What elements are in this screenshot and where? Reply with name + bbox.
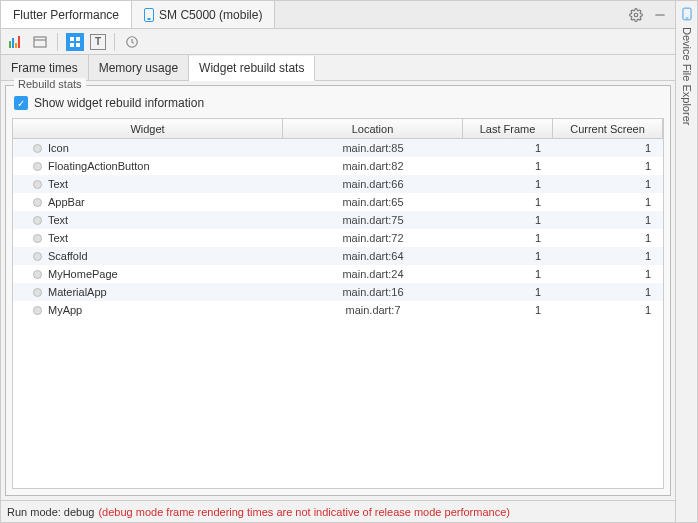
cell-widget: FloatingActionButton xyxy=(13,160,283,172)
cell-location: main.dart:75 xyxy=(283,214,463,226)
chart-bars-icon[interactable] xyxy=(7,33,25,51)
mobile-icon xyxy=(144,8,154,22)
tab-memory-usage[interactable]: Memory usage xyxy=(89,55,189,80)
cell-location: main.dart:16 xyxy=(283,286,463,298)
bullet-icon xyxy=(33,306,42,315)
svg-rect-2 xyxy=(9,41,11,48)
svg-rect-11 xyxy=(76,43,80,47)
content-area: Rebuild stats ✓ Show widget rebuild info… xyxy=(1,81,675,500)
separator xyxy=(114,33,115,51)
table-row[interactable]: MyHomePagemain.dart:2411 xyxy=(13,265,663,283)
cell-location: main.dart:24 xyxy=(283,268,463,280)
window-icon[interactable] xyxy=(31,33,49,51)
bullet-icon xyxy=(33,234,42,243)
tab-flutter-performance[interactable]: Flutter Performance xyxy=(1,1,132,28)
svg-rect-3 xyxy=(12,38,14,48)
fieldset-legend: Rebuild stats xyxy=(14,78,86,90)
cell-location: main.dart:72 xyxy=(283,232,463,244)
cell-current-screen: 1 xyxy=(553,160,663,172)
th-location[interactable]: Location xyxy=(283,119,463,138)
bullet-icon xyxy=(33,180,42,189)
th-last-frame[interactable]: Last Frame xyxy=(463,119,553,138)
minimize-icon[interactable] xyxy=(653,8,667,22)
table-row[interactable]: AppBarmain.dart:6511 xyxy=(13,193,663,211)
tab-frame-times[interactable]: Frame times xyxy=(1,55,89,80)
tab-label: Flutter Performance xyxy=(13,8,119,22)
table-row[interactable]: MaterialAppmain.dart:1611 xyxy=(13,283,663,301)
toolbar: T xyxy=(1,29,675,55)
text-overlay-icon[interactable]: T xyxy=(90,34,106,50)
rebuild-table: Widget Location Last Frame Current Scree… xyxy=(12,118,664,489)
svg-rect-6 xyxy=(34,37,46,47)
main-panel: Flutter Performance SM C5000 (mobile) T xyxy=(0,0,676,523)
bullet-icon xyxy=(33,252,42,261)
cell-current-screen: 1 xyxy=(553,250,663,262)
cell-last-frame: 1 xyxy=(463,268,553,280)
tab-label: SM C5000 (mobile) xyxy=(159,8,262,22)
side-strip: Device File Explorer xyxy=(676,0,698,523)
gear-icon[interactable] xyxy=(629,8,643,22)
top-actions xyxy=(629,8,675,22)
table-row[interactable]: Scaffoldmain.dart:6411 xyxy=(13,247,663,265)
cell-location: main.dart:82 xyxy=(283,160,463,172)
cell-last-frame: 1 xyxy=(463,160,553,172)
bullet-icon xyxy=(33,288,42,297)
run-mode-label: Run mode: debug xyxy=(7,506,94,518)
highlight-grid-icon[interactable] xyxy=(66,33,84,51)
cell-location: main.dart:85 xyxy=(283,142,463,154)
table-row[interactable]: Iconmain.dart:8511 xyxy=(13,139,663,157)
cell-widget: MaterialApp xyxy=(13,286,283,298)
show-rebuild-checkbox[interactable]: ✓ xyxy=(14,96,28,110)
cell-location: main.dart:64 xyxy=(283,250,463,262)
rebuild-stats-fieldset: Rebuild stats ✓ Show widget rebuild info… xyxy=(5,85,671,496)
th-widget[interactable]: Widget xyxy=(13,119,283,138)
cell-widget: MyHomePage xyxy=(13,268,283,280)
cell-last-frame: 1 xyxy=(463,142,553,154)
tab-device[interactable]: SM C5000 (mobile) xyxy=(132,1,275,28)
cell-widget: Icon xyxy=(13,142,283,154)
table-row[interactable]: Textmain.dart:7211 xyxy=(13,229,663,247)
cell-last-frame: 1 xyxy=(463,214,553,226)
th-current-screen[interactable]: Current Screen xyxy=(553,119,663,138)
cell-current-screen: 1 xyxy=(553,178,663,190)
cell-location: main.dart:66 xyxy=(283,178,463,190)
cell-widget: Scaffold xyxy=(13,250,283,262)
svg-rect-4 xyxy=(15,43,17,48)
footer: Run mode: debug (debug mode frame render… xyxy=(1,500,675,522)
bullet-icon xyxy=(33,144,42,153)
cell-last-frame: 1 xyxy=(463,232,553,244)
separator xyxy=(57,33,58,51)
cell-last-frame: 1 xyxy=(463,178,553,190)
cell-current-screen: 1 xyxy=(553,196,663,208)
run-mode-note: (debug mode frame rendering times are no… xyxy=(98,506,510,518)
bullet-icon xyxy=(33,216,42,225)
mobile-icon[interactable] xyxy=(682,8,691,21)
table-row[interactable]: FloatingActionButtonmain.dart:8211 xyxy=(13,157,663,175)
cell-last-frame: 1 xyxy=(463,250,553,262)
cell-current-screen: 1 xyxy=(553,304,663,316)
checkbox-row: ✓ Show widget rebuild information xyxy=(12,92,664,118)
table-row[interactable]: Textmain.dart:7511 xyxy=(13,211,663,229)
cell-last-frame: 1 xyxy=(463,286,553,298)
tab-widget-rebuild-stats[interactable]: Widget rebuild stats xyxy=(189,56,315,81)
table-body: Iconmain.dart:8511FloatingActionButtonma… xyxy=(13,139,663,319)
cell-location: main.dart:7 xyxy=(283,304,463,316)
svg-rect-5 xyxy=(18,36,20,48)
svg-rect-8 xyxy=(70,37,74,41)
history-icon[interactable] xyxy=(123,33,141,51)
cell-widget: Text xyxy=(13,214,283,226)
table-row[interactable]: MyAppmain.dart:711 xyxy=(13,301,663,319)
cell-widget: Text xyxy=(13,178,283,190)
svg-rect-9 xyxy=(76,37,80,41)
device-file-explorer-tab[interactable]: Device File Explorer xyxy=(681,27,693,125)
table-header: Widget Location Last Frame Current Scree… xyxy=(13,119,663,139)
cell-current-screen: 1 xyxy=(553,214,663,226)
table-row[interactable]: Textmain.dart:6611 xyxy=(13,175,663,193)
svg-rect-10 xyxy=(70,43,74,47)
cell-widget: MyApp xyxy=(13,304,283,316)
bullet-icon xyxy=(33,270,42,279)
bullet-icon xyxy=(33,198,42,207)
cell-current-screen: 1 xyxy=(553,142,663,154)
sub-tabs: Frame times Memory usage Widget rebuild … xyxy=(1,55,675,81)
cell-last-frame: 1 xyxy=(463,304,553,316)
